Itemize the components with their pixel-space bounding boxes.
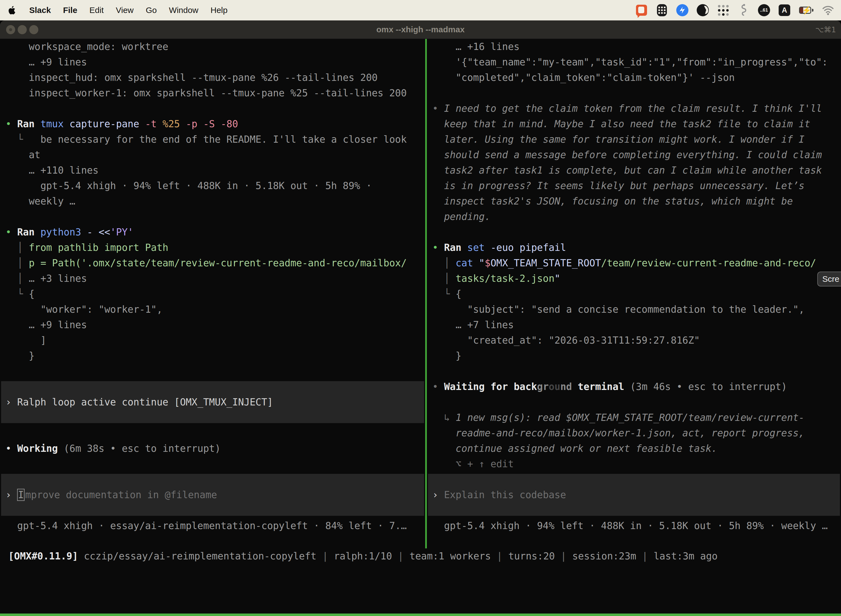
menu-window[interactable]: Window (169, 6, 198, 15)
terminal-text: pending. (432, 211, 491, 222)
terminal-text: … +110 lines (6, 165, 98, 176)
terminal-text: I need to get the claim token from the c… (444, 103, 822, 114)
close-button[interactable] (6, 25, 15, 34)
terminal-line: │ tasks/task-2.json" (427, 271, 841, 286)
window-titlebar[interactable]: omx --xhigh --madmax ⌥⌘1 (0, 21, 841, 39)
terminal-text: gpt-5.4 xhigh · 94% left · 488K in · 5.1… (6, 180, 372, 191)
terminal-text: { (456, 288, 462, 299)
terminal-text: nd (560, 381, 572, 392)
terminal-line: workspace_mode: worktree (0, 39, 425, 54)
screenshot-overlay[interactable]: Scre (817, 271, 841, 286)
terminal-text: … +9 lines (6, 319, 87, 330)
blank-line (427, 85, 841, 101)
terminal-text: │ (6, 242, 29, 253)
terminal-text: readme-and-reco/mailbox/worker-1.json, a… (432, 427, 804, 439)
prompt-input-band[interactable]: › Explain this codebase (428, 474, 840, 516)
terminal-text: -euo pipefail (491, 242, 566, 253)
terminal-text: › (432, 489, 444, 500)
terminal-text: -t (145, 119, 163, 129)
terminal-text: cczip/essay/ai-reimplementation-copyleft (84, 551, 316, 562)
terminal-text: Waiting for back (444, 381, 537, 392)
tmux-pane-left[interactable]: workspace_mode: worktree … +9 lines insp… (0, 39, 425, 549)
badge-61-icon[interactable]: ..61 (757, 4, 771, 16)
menu-app-name[interactable]: Slack (29, 6, 51, 15)
terminal-line: │ p = Path('.omx/state/team/review-curre… (0, 255, 425, 271)
tmux-pane-right[interactable]: … +16 lines '{"team_name":"my-team","tas… (427, 39, 841, 549)
terminal-line: ] (0, 333, 425, 348)
terminal-text: Ran (17, 227, 40, 238)
menu-bar: Slack FileEditViewGoWindowHelp ..61 A ⚡ (0, 0, 841, 21)
terminal-text: /team/review-current-readme-and-reco/ (601, 258, 816, 268)
terminal-line: keep that in mind. Maybe I also need the… (427, 116, 841, 132)
terminal-text: gpt-5.4 xhigh · essay/ai-reimplementatio… (6, 520, 407, 531)
terminal-text: $ (485, 258, 491, 268)
terminal-line: inspect_worker-1: omx sparkshell --tmux-… (0, 85, 425, 101)
terminal-line: '{"team_name":"my-team","task_id":"1","f… (427, 54, 841, 70)
grid-dots-icon[interactable] (717, 4, 730, 16)
terminal-text: Explain this codebase (444, 489, 566, 500)
menu-edit[interactable]: Edit (89, 6, 104, 15)
screenshot-app-icon[interactable] (635, 4, 648, 16)
terminal-line: weekly … (0, 194, 425, 209)
blank-line (427, 364, 841, 379)
terminal-text: ⌥ + ↑ edit (432, 458, 514, 469)
terminal-text: gr (537, 381, 548, 392)
terminal-text: be necessary for the end of the README. … (40, 134, 407, 145)
terminal-text: is in progress? It seems likely but perh… (432, 180, 804, 191)
text-cursor: I (17, 489, 25, 501)
blank-line (0, 364, 425, 379)
terminal-text: } (432, 350, 462, 361)
input-source-a-icon[interactable]: A (778, 4, 791, 16)
terminal-text: ralph:1/10 (334, 551, 392, 562)
terminal-text: last:3m ago (653, 551, 718, 562)
terminal-text: (3m 46s • esc to interrupt) (630, 381, 787, 392)
squiggle-icon[interactable] (737, 4, 750, 16)
terminal-line: is in progress? It seems likely but perh… (427, 178, 841, 194)
terminal-content: workspace_mode: worktree … +9 lines insp… (0, 39, 841, 616)
terminal-text: … +16 lines (432, 41, 520, 52)
terminal-text: (6m 38s • esc to interrupt) (64, 443, 221, 454)
terminal-line: … +9 lines (0, 54, 425, 70)
terminal-line: [OMX#0.11.9] cczip/essay/ai-reimplementa… (3, 549, 841, 564)
messenger-icon[interactable] (676, 4, 689, 16)
terminal-line: └ be necessary for the end of the README… (0, 132, 425, 147)
terminal-text: p = Path('.omx/state/team/review-current… (29, 258, 407, 268)
menu-go[interactable]: Go (146, 6, 157, 15)
terminal-line: └ { (0, 286, 425, 302)
menu-file[interactable]: File (63, 6, 77, 15)
keypad-shield-icon[interactable] (656, 4, 668, 16)
terminal-text: -p -S -80 (186, 119, 238, 129)
menu-view[interactable]: View (116, 6, 133, 15)
prompt-input-band[interactable]: › Improve documentation in @filename (1, 474, 424, 516)
terminal-line: ↳ 1 new msg(s): read $OMX_TEAM_STATE_ROO… (427, 410, 841, 425)
prompt-input-band[interactable]: › Ralph loop active continue [OMX_TMUX_I… (1, 381, 424, 423)
terminal-text: " (555, 273, 560, 284)
terminal-text: session:23m (572, 551, 636, 562)
terminal-text: [OMX#0.11.9] (8, 551, 84, 562)
terminal-line: inspect_hud: omx sparkshell --tmux-pane … (0, 70, 425, 85)
terminal-text: } (6, 350, 35, 361)
terminal-line: } (0, 348, 425, 364)
terminal-text: 1 new msg(s): read $OMX_TEAM_STATE_ROOT/… (456, 412, 804, 423)
terminal-text: • (6, 119, 17, 129)
minimize-button[interactable] (18, 25, 27, 34)
terminal-text: • (6, 227, 17, 238)
apple-menu-icon[interactable] (7, 4, 17, 16)
terminal-line: inspect task2's JSON, focusing on the st… (427, 194, 841, 209)
battery-charging-icon[interactable]: ⚡ (799, 4, 814, 16)
pie-chart-icon[interactable] (696, 4, 709, 16)
terminal-line: gpt-5.4 xhigh · 94% left · 488K in · 5.1… (427, 518, 841, 534)
terminal-text: set (467, 242, 490, 253)
wifi-icon[interactable] (822, 4, 834, 16)
blank-line (427, 395, 841, 410)
terminal-text: … +9 lines (6, 57, 87, 67)
terminal-line: at (0, 147, 425, 163)
terminal-text: { (29, 288, 35, 299)
terminal-text: • (432, 381, 444, 392)
terminal-line: │ cat "$OMX_TEAM_STATE_ROOT/team/review-… (427, 255, 841, 271)
menu-help[interactable]: Help (211, 6, 228, 15)
terminal-line: "created_at": "2026-03-31T11:59:27.816Z" (427, 333, 841, 348)
zoom-button[interactable] (29, 25, 38, 34)
terminal-text: at (6, 149, 40, 160)
terminal-text: │ (432, 258, 456, 268)
